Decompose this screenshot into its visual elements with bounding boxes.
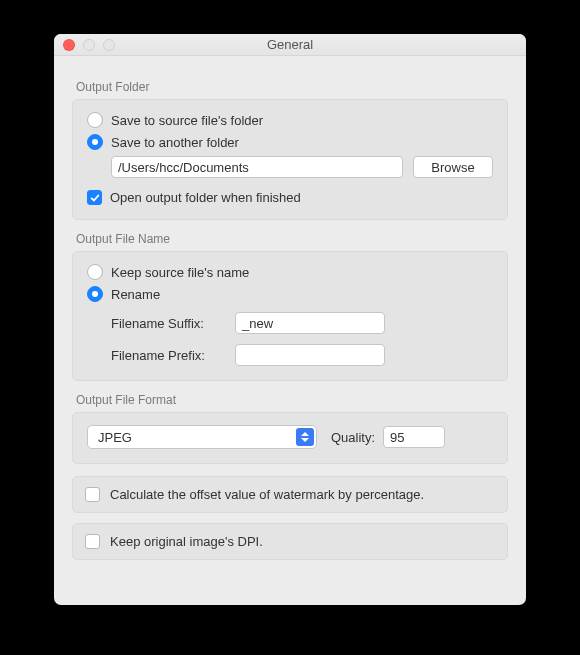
- checkbox-icon: [85, 487, 100, 502]
- window-controls: [54, 39, 115, 51]
- checkbox-icon: [87, 190, 102, 205]
- radio-icon: [87, 112, 103, 128]
- radio-rename[interactable]: Rename: [87, 286, 493, 302]
- radio-label: Save to another folder: [111, 135, 239, 150]
- keep-dpi-option[interactable]: Keep original image's DPI.: [72, 523, 508, 560]
- output-name-label: Output File Name: [76, 232, 508, 246]
- quality-value: 95: [390, 430, 404, 445]
- output-format-panel: JPEG Quality: 95: [72, 412, 508, 464]
- checkbox-icon: [85, 534, 100, 549]
- content-area: Output Folder Save to source file's fold…: [54, 56, 526, 578]
- open-folder-checkbox[interactable]: Open output folder when finished: [87, 190, 493, 205]
- radio-icon: [87, 286, 103, 302]
- format-select[interactable]: JPEG: [87, 425, 317, 449]
- radio-label: Rename: [111, 287, 160, 302]
- quality-label: Quality:: [331, 430, 375, 445]
- radio-label: Save to source file's folder: [111, 113, 263, 128]
- output-format-label: Output File Format: [76, 393, 508, 407]
- browse-label: Browse: [431, 160, 474, 175]
- radio-keep-name[interactable]: Keep source file's name: [87, 264, 493, 280]
- suffix-value: _new: [242, 316, 273, 331]
- output-name-panel: Keep source file's name Rename Filename …: [72, 251, 508, 381]
- radio-icon: [87, 264, 103, 280]
- offset-percentage-option[interactable]: Calculate the offset value of watermark …: [72, 476, 508, 513]
- suffix-label: Filename Suffix:: [111, 316, 235, 331]
- close-icon[interactable]: [63, 39, 75, 51]
- format-value: JPEG: [98, 430, 132, 445]
- output-folder-label: Output Folder: [76, 80, 508, 94]
- preferences-window: General Output Folder Save to source fil…: [54, 34, 526, 605]
- suffix-input[interactable]: _new: [235, 312, 385, 334]
- folder-path-input[interactable]: /Users/hcc/Documents: [111, 156, 403, 178]
- browse-button[interactable]: Browse: [413, 156, 493, 178]
- quality-input[interactable]: 95: [383, 426, 445, 448]
- radio-icon: [87, 134, 103, 150]
- checkbox-label: Calculate the offset value of watermark …: [110, 487, 424, 502]
- radio-save-source[interactable]: Save to source file's folder: [87, 112, 493, 128]
- radio-label: Keep source file's name: [111, 265, 249, 280]
- window-title: General: [54, 37, 526, 52]
- prefix-label: Filename Prefix:: [111, 348, 235, 363]
- titlebar: General: [54, 34, 526, 56]
- minimize-icon: [83, 39, 95, 51]
- checkbox-label: Keep original image's DPI.: [110, 534, 263, 549]
- checkbox-label: Open output folder when finished: [110, 190, 301, 205]
- folder-path-value: /Users/hcc/Documents: [118, 160, 249, 175]
- prefix-input[interactable]: [235, 344, 385, 366]
- output-folder-panel: Save to source file's folder Save to ano…: [72, 99, 508, 220]
- zoom-icon: [103, 39, 115, 51]
- radio-save-another[interactable]: Save to another folder: [87, 134, 493, 150]
- updown-icon: [296, 428, 314, 446]
